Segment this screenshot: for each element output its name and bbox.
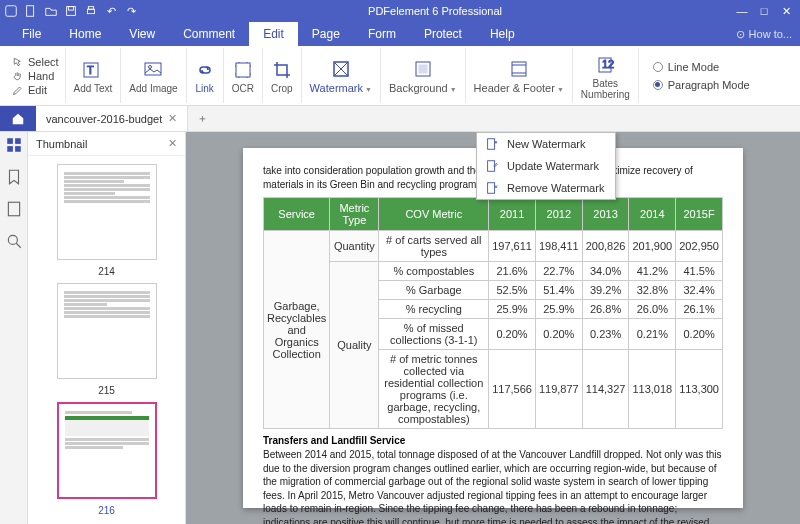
ribbon-crop[interactable]: Crop xyxy=(263,48,302,103)
ribbon-header-footer[interactable]: Header & Footer▼ xyxy=(466,48,573,103)
thumbnail-title: Thumbnail xyxy=(36,138,87,150)
menu-comment[interactable]: Comment xyxy=(169,22,249,46)
svg-rect-3 xyxy=(68,7,73,11)
thumbnail-page[interactable] xyxy=(57,164,157,260)
thumbnails-icon[interactable] xyxy=(5,136,23,154)
add-tab-button[interactable]: ＋ xyxy=(188,106,216,131)
svg-rect-14 xyxy=(512,62,526,76)
ribbon: Select Hand Edit TAdd Text Add Image Lin… xyxy=(0,46,800,106)
data-table: ServiceMetric TypeCOV Metric201120122013… xyxy=(263,197,723,429)
svg-rect-4 xyxy=(88,9,95,13)
radio-paragraph-mode[interactable]: Paragraph Mode xyxy=(653,79,750,91)
document-tab[interactable]: vancouver-2016-budget✕ xyxy=(36,106,188,131)
svg-rect-5 xyxy=(88,7,93,10)
menu-edit[interactable]: Edit xyxy=(249,22,298,46)
menu-view[interactable]: View xyxy=(115,22,169,46)
section-heading: Transfers and Landfill Service xyxy=(263,435,723,446)
home-tab-button[interactable] xyxy=(0,106,36,131)
dd-new-watermark[interactable]: New Watermark xyxy=(477,133,615,155)
thumbnail-number: 214 xyxy=(98,266,115,277)
undo-icon[interactable]: ↶ xyxy=(104,4,118,18)
thumbnail-number: 216 xyxy=(98,505,115,516)
svg-point-24 xyxy=(8,235,17,244)
bookmark-icon[interactable] xyxy=(5,168,23,186)
menu-file[interactable]: File xyxy=(8,22,55,46)
sidebar xyxy=(0,132,28,524)
ribbon-add-text[interactable]: TAdd Text xyxy=(66,48,122,103)
svg-rect-13 xyxy=(419,65,427,73)
close-thumbnail-icon[interactable]: ✕ xyxy=(168,137,177,150)
close-button[interactable]: ✕ xyxy=(776,3,796,19)
svg-point-9 xyxy=(148,66,151,69)
titlebar: ↶ ↷ PDFelement 6 Professional — □ ✕ xyxy=(0,0,800,22)
tool-edit[interactable]: Edit xyxy=(12,84,59,96)
open-icon[interactable] xyxy=(44,4,58,18)
thumbnail-page[interactable] xyxy=(57,283,157,379)
svg-rect-27 xyxy=(488,183,495,194)
viewer[interactable]: New Watermark Update Watermark Remove Wa… xyxy=(186,132,800,524)
new-icon[interactable] xyxy=(24,4,38,18)
menu-page[interactable]: Page xyxy=(298,22,354,46)
dd-update-watermark[interactable]: Update Watermark xyxy=(477,155,615,177)
tabbar: vancouver-2016-budget✕ ＋ xyxy=(0,106,800,132)
app-title: PDFelement 6 Professional xyxy=(138,5,732,17)
watermark-dropdown: New Watermark Update Watermark Remove Wa… xyxy=(476,132,616,200)
dd-remove-watermark[interactable]: Remove Watermark xyxy=(477,177,615,199)
tool-select[interactable]: Select xyxy=(12,56,59,68)
svg-rect-1 xyxy=(27,6,34,17)
menu-form[interactable]: Form xyxy=(354,22,410,46)
howto-link[interactable]: ⊙How to... xyxy=(736,28,792,41)
body-text: Between 2014 and 2015, total tonnage dis… xyxy=(263,448,723,524)
print-icon[interactable] xyxy=(84,4,98,18)
ribbon-link[interactable]: Link xyxy=(187,48,224,103)
svg-rect-20 xyxy=(15,138,21,144)
svg-rect-25 xyxy=(488,139,495,150)
redo-icon[interactable]: ↷ xyxy=(124,4,138,18)
tool-hand[interactable]: Hand xyxy=(12,70,59,82)
svg-text:T: T xyxy=(87,64,94,76)
svg-text:12: 12 xyxy=(602,58,614,70)
menu-protect[interactable]: Protect xyxy=(410,22,476,46)
thumbnail-page-selected[interactable] xyxy=(57,402,157,499)
save-icon[interactable] xyxy=(64,4,78,18)
menubar: File Home View Comment Edit Page Form Pr… xyxy=(0,22,800,46)
ribbon-bates[interactable]: 12Bates Numbering xyxy=(573,48,639,103)
svg-rect-21 xyxy=(7,146,13,152)
svg-rect-10 xyxy=(236,63,250,77)
pdf-page: take into consideration population growt… xyxy=(243,148,743,508)
thumbnail-panel: Thumbnail✕ 214 215 216 xyxy=(28,132,186,524)
ribbon-add-image[interactable]: Add Image xyxy=(121,48,186,103)
svg-rect-23 xyxy=(8,202,19,216)
menu-home[interactable]: Home xyxy=(55,22,115,46)
svg-rect-8 xyxy=(145,63,161,75)
ribbon-watermark[interactable]: Watermark▼ xyxy=(302,48,381,103)
svg-rect-19 xyxy=(7,138,13,144)
maximize-button[interactable]: □ xyxy=(754,3,774,19)
menu-help[interactable]: Help xyxy=(476,22,529,46)
attachment-icon[interactable] xyxy=(5,200,23,218)
minimize-button[interactable]: — xyxy=(732,3,752,19)
close-tab-icon[interactable]: ✕ xyxy=(168,112,177,125)
search-icon[interactable] xyxy=(5,232,23,250)
ribbon-background[interactable]: Background▼ xyxy=(381,48,466,103)
svg-rect-22 xyxy=(15,146,21,152)
svg-rect-0 xyxy=(6,6,17,17)
ribbon-ocr[interactable]: OCR xyxy=(224,48,263,103)
app-icon xyxy=(4,4,18,18)
thumbnail-number: 215 xyxy=(98,385,115,396)
radio-line-mode[interactable]: Line Mode xyxy=(653,61,750,73)
